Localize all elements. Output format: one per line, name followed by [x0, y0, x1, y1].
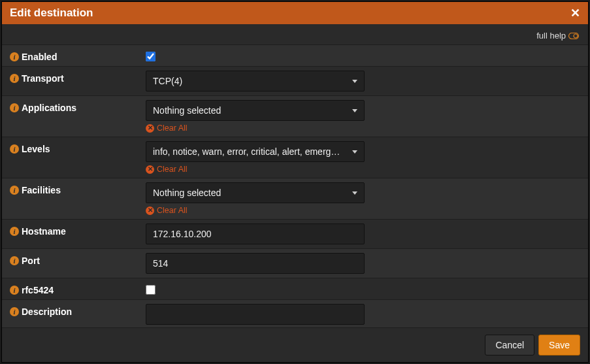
cancel-button[interactable]: Cancel	[485, 335, 534, 356]
info-icon[interactable]: i	[10, 227, 19, 236]
chevron-down-icon	[352, 191, 357, 195]
row-port: i Port	[2, 248, 588, 278]
label-description: i Description	[10, 304, 146, 317]
facilities-clear-all[interactable]: ✕ Clear All	[146, 206, 365, 215]
row-facilities: i Facilities Nothing selected ✕ Clear Al…	[2, 178, 588, 219]
row-description: i Description	[2, 299, 588, 327]
row-hostname: i Hostname	[2, 219, 588, 248]
info-icon[interactable]: i	[10, 74, 19, 83]
hostname-input[interactable]	[146, 223, 365, 244]
toggle-icon[interactable]	[568, 33, 579, 39]
label-rfc5424: i rfc5424	[10, 282, 146, 295]
facilities-select[interactable]: Nothing selected	[146, 182, 365, 203]
dialog-footer: Cancel Save	[2, 327, 588, 362]
edit-destination-dialog: Edit destination ✕ full help i Enabled i…	[1, 1, 589, 363]
form-body: i Enabled i Transport TCP(4) i App	[2, 44, 588, 327]
info-icon[interactable]: i	[10, 144, 19, 154]
applications-select[interactable]: Nothing selected	[146, 100, 365, 121]
levels-select[interactable]: info, notice, warn, error, critical, ale…	[146, 141, 365, 162]
info-icon[interactable]: i	[10, 186, 19, 195]
description-input[interactable]	[146, 304, 365, 325]
label-transport: i Transport	[10, 71, 146, 84]
rfc5424-checkbox[interactable]	[146, 285, 156, 295]
port-input[interactable]	[146, 253, 365, 274]
row-levels: i Levels info, notice, warn, error, crit…	[2, 137, 588, 178]
info-icon[interactable]: i	[10, 52, 19, 61]
label-facilities: i Facilities	[10, 182, 146, 195]
levels-clear-all[interactable]: ✕ Clear All	[146, 165, 365, 174]
dialog-titlebar: Edit destination ✕	[2, 2, 588, 24]
chevron-down-icon	[352, 150, 357, 154]
row-rfc5424: i rfc5424	[2, 278, 588, 299]
clear-icon: ✕	[146, 124, 154, 133]
row-enabled: i Enabled	[2, 44, 588, 66]
chevron-down-icon	[352, 109, 357, 112]
applications-clear-all[interactable]: ✕ Clear All	[146, 124, 365, 133]
row-transport: i Transport TCP(4)	[2, 66, 588, 95]
save-button[interactable]: Save	[538, 335, 580, 356]
chevron-down-icon	[352, 80, 357, 83]
label-enabled: i Enabled	[10, 49, 146, 62]
transport-select[interactable]: TCP(4)	[146, 71, 365, 91]
label-hostname: i Hostname	[10, 223, 146, 237]
dialog-toolbar: full help	[2, 24, 588, 44]
full-help-link[interactable]: full help	[536, 31, 566, 41]
enabled-checkbox[interactable]	[146, 52, 156, 61]
info-icon[interactable]: i	[10, 286, 19, 295]
info-icon[interactable]: i	[10, 307, 19, 316]
dialog-title: Edit destination	[10, 7, 93, 20]
label-port: i Port	[10, 253, 146, 266]
row-applications: i Applications Nothing selected ✕ Clear …	[2, 95, 588, 137]
clear-icon: ✕	[146, 165, 154, 174]
info-icon[interactable]: i	[10, 103, 19, 112]
label-levels: i Levels	[10, 141, 146, 154]
info-icon[interactable]: i	[10, 256, 19, 265]
svg-point-1	[574, 34, 578, 38]
label-applications: i Applications	[10, 100, 146, 113]
close-icon[interactable]: ✕	[570, 7, 580, 19]
clear-icon: ✕	[146, 207, 154, 215]
